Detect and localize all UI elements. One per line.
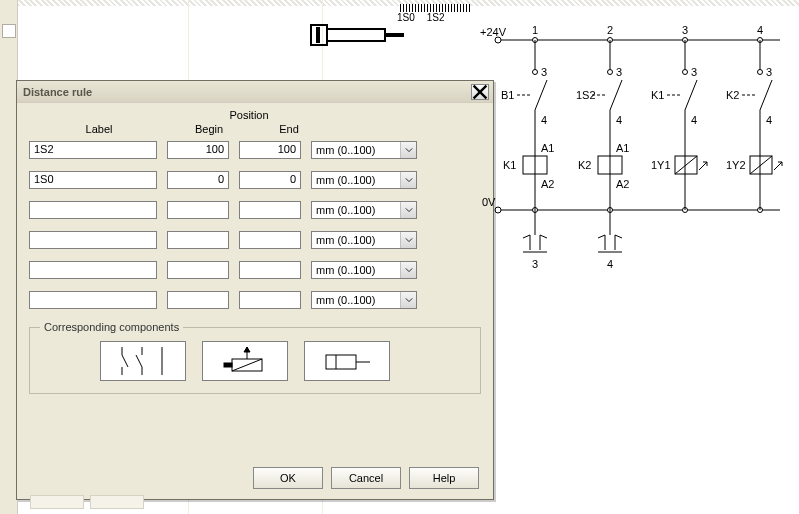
header-end: End (249, 123, 329, 135)
svg-text:K1: K1 (503, 159, 516, 171)
svg-line-1 (122, 355, 128, 367)
svg-text:K1: K1 (651, 89, 664, 101)
svg-line-4 (136, 355, 142, 367)
ruler-label-left: 1S0 (397, 12, 415, 23)
svg-text:4: 4 (691, 114, 697, 126)
svg-line-76 (750, 156, 772, 174)
cylinder-symbol-area: 1S0 1S2 (310, 4, 470, 54)
svg-text:4: 4 (541, 114, 547, 126)
rule-row: 1S0 0 0 mm (0..100) (29, 171, 481, 189)
ruler-label-right: 1S2 (427, 12, 445, 23)
unit-combo[interactable]: mm (0..100) (311, 201, 417, 219)
svg-text:A2: A2 (616, 178, 629, 190)
svg-text:4: 4 (766, 114, 772, 126)
begin-field[interactable] (167, 261, 229, 279)
label-field[interactable] (29, 231, 157, 249)
chevron-down-icon (400, 262, 416, 278)
toolbox-fragment (2, 24, 16, 38)
unit-combo[interactable]: mm (0..100) (311, 141, 417, 159)
begin-field[interactable]: 100 (167, 141, 229, 159)
svg-line-62 (675, 156, 697, 174)
distance-rule-dialog: Distance rule Position Label Begin End 1… (16, 80, 494, 500)
svg-marker-9 (244, 347, 250, 352)
component-cylinder-icon[interactable] (304, 341, 390, 381)
svg-line-11 (232, 359, 262, 371)
chevron-down-icon (400, 142, 416, 158)
label-field[interactable] (29, 291, 157, 309)
svg-line-25 (535, 80, 547, 110)
svg-text:A1: A1 (541, 142, 554, 154)
position-ruler (400, 4, 470, 12)
svg-text:1S2: 1S2 (576, 89, 596, 101)
svg-text:A1: A1 (616, 142, 629, 154)
unit-combo[interactable]: mm (0..100) (311, 261, 417, 279)
chevron-down-icon (400, 292, 416, 308)
svg-text:4: 4 (616, 114, 622, 126)
rule-row: mm (0..100) (29, 231, 481, 249)
svg-point-23 (533, 70, 538, 75)
label-field[interactable] (29, 261, 157, 279)
unit-combo[interactable]: mm (0..100) (311, 291, 417, 309)
dialog-titlebar[interactable]: Distance rule (17, 81, 493, 103)
label-field[interactable]: 1S2 (29, 141, 157, 159)
end-field[interactable] (239, 201, 301, 219)
header-begin: Begin (169, 123, 249, 135)
svg-text:A2: A2 (541, 178, 554, 190)
svg-text:2: 2 (607, 24, 613, 36)
label-field[interactable]: 1S0 (29, 171, 157, 189)
chevron-down-icon (400, 172, 416, 188)
rule-row: mm (0..100) (29, 201, 481, 219)
chevron-down-icon (400, 202, 416, 218)
svg-point-38 (608, 70, 613, 75)
svg-line-55 (685, 80, 697, 110)
begin-field[interactable] (167, 291, 229, 309)
svg-text:4: 4 (757, 24, 763, 36)
svg-text:1Y2: 1Y2 (726, 159, 746, 171)
svg-rect-10 (224, 363, 232, 367)
begin-field[interactable] (167, 231, 229, 249)
header-position: Position (169, 109, 329, 121)
svg-text:3: 3 (691, 66, 697, 78)
svg-text:1: 1 (532, 24, 538, 36)
chevron-down-icon (400, 232, 416, 248)
svg-text:B1: B1 (501, 89, 514, 101)
unit-combo[interactable]: mm (0..100) (311, 171, 417, 189)
svg-text:1Y1: 1Y1 (651, 159, 671, 171)
unit-combo[interactable]: mm (0..100) (311, 231, 417, 249)
component-switch-icon[interactable] (100, 341, 186, 381)
corresponding-components-group: Corresponding components (29, 321, 481, 394)
end-field[interactable] (239, 291, 301, 309)
svg-line-69 (760, 80, 772, 110)
end-field[interactable] (239, 261, 301, 279)
rule-row: mm (0..100) (29, 291, 481, 309)
end-field[interactable] (239, 231, 301, 249)
svg-line-40 (610, 80, 622, 110)
header-label: Label (29, 123, 169, 135)
end-field[interactable]: 100 (239, 141, 301, 159)
rule-row: 1S2 100 100 mm (0..100) (29, 141, 481, 159)
begin-field[interactable] (167, 201, 229, 219)
rule-row: mm (0..100) (29, 261, 481, 279)
svg-text:4: 4 (607, 258, 613, 270)
label-field[interactable] (29, 201, 157, 219)
rail-pos-label: +24V (480, 26, 507, 38)
svg-text:3: 3 (682, 24, 688, 36)
help-button[interactable]: Help (409, 467, 479, 489)
electrical-schematic: +24V 0V 13B14A1K1A2231S24A1K2A233K141Y14… (480, 20, 790, 310)
svg-text:3: 3 (616, 66, 622, 78)
cancel-button[interactable]: Cancel (331, 467, 401, 489)
statusbar-fragment (30, 495, 144, 513)
svg-point-67 (758, 70, 763, 75)
svg-point-53 (683, 70, 688, 75)
ok-button[interactable]: OK (253, 467, 323, 489)
cylinder-icon[interactable] (310, 24, 405, 46)
begin-field[interactable]: 0 (167, 171, 229, 189)
svg-text:3: 3 (532, 258, 538, 270)
svg-text:K2: K2 (578, 159, 591, 171)
svg-text:K2: K2 (726, 89, 739, 101)
component-valve-icon[interactable] (202, 341, 288, 381)
end-field[interactable]: 0 (239, 171, 301, 189)
svg-rect-12 (326, 355, 356, 369)
svg-point-17 (495, 207, 501, 213)
svg-text:3: 3 (541, 66, 547, 78)
